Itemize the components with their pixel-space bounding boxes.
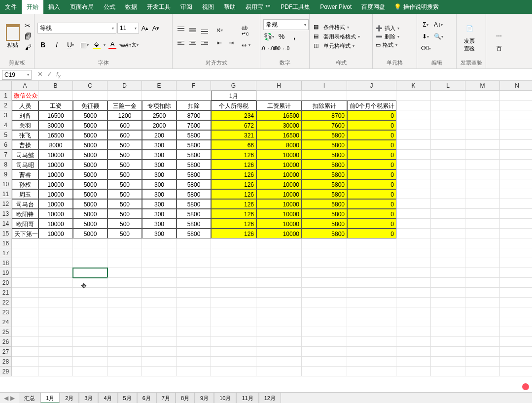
cell[interactable]: 300 (142, 199, 177, 209)
cell[interactable] (256, 298, 302, 307)
cell[interactable] (302, 248, 347, 258)
cell[interactable]: 5000 (73, 160, 107, 169)
cell[interactable]: 5000 (73, 130, 107, 140)
cell[interactable] (396, 317, 431, 327)
cell[interactable] (396, 189, 431, 199)
cell[interactable] (73, 278, 107, 288)
cell[interactable]: 200 (142, 130, 177, 140)
cell[interactable]: 300 (142, 189, 177, 199)
col-header[interactable]: H (256, 81, 302, 91)
cell[interactable] (431, 307, 465, 317)
cell[interactable] (431, 367, 465, 376)
cell[interactable] (396, 278, 431, 288)
cell[interactable] (500, 169, 532, 179)
cell[interactable] (73, 327, 107, 337)
cell[interactable] (107, 238, 142, 248)
border-button[interactable]: ▦▾ (79, 39, 90, 50)
wrap-text-button[interactable]: ab↵c (241, 24, 251, 38)
cell[interactable] (107, 258, 142, 268)
cell[interactable]: 5000 (73, 150, 107, 160)
cell[interactable] (73, 298, 107, 307)
row-header[interactable]: 15 (0, 229, 12, 238)
cell[interactable] (431, 248, 465, 258)
cell[interactable] (431, 357, 465, 367)
cell[interactable] (347, 268, 396, 278)
cell[interactable]: 1200 (107, 110, 142, 120)
cell[interactable] (396, 179, 431, 189)
cell[interactable]: 300 (142, 229, 177, 238)
increase-font-icon[interactable]: A▴ (140, 23, 150, 33)
cell[interactable] (396, 101, 431, 110)
comma-icon[interactable]: , (289, 31, 300, 42)
cell[interactable] (431, 179, 465, 189)
cell[interactable] (107, 298, 142, 307)
number-format-select[interactable]: 常规▾ (263, 19, 309, 30)
col-header[interactable]: F (177, 81, 211, 91)
cell[interactable] (465, 337, 500, 347)
cell[interactable] (12, 357, 38, 367)
cell[interactable] (12, 248, 38, 258)
cell[interactable] (73, 268, 107, 278)
cell[interactable] (500, 298, 532, 307)
cell[interactable] (500, 357, 532, 367)
cell[interactable]: 10000 (38, 189, 73, 199)
cell[interactable] (12, 288, 38, 298)
cell[interactable] (500, 278, 532, 288)
cell[interactable] (500, 229, 532, 238)
clear-icon[interactable]: ⌫▾ (420, 43, 431, 53)
cell[interactable] (211, 307, 256, 317)
row-header[interactable]: 5 (0, 130, 12, 140)
cell[interactable] (211, 327, 256, 337)
cell[interactable] (211, 258, 256, 268)
cell[interactable]: 126 (211, 229, 256, 238)
cell[interactable]: 8000 (256, 140, 302, 150)
row-header[interactable]: 14 (0, 219, 12, 229)
cell[interactable] (256, 327, 302, 337)
sheet-area[interactable]: ABCDEFGHIJKLMN1微信公众号：办公三十六计1月2人员工资免征额三险一… (0, 81, 532, 392)
col-header[interactable]: N (500, 81, 532, 91)
cell[interactable] (12, 268, 38, 278)
row-header[interactable]: 9 (0, 169, 12, 179)
cell[interactable] (142, 258, 177, 268)
cell[interactable] (142, 307, 177, 317)
cell[interactable] (431, 110, 465, 120)
cell[interactable] (142, 327, 177, 337)
cell[interactable] (431, 209, 465, 219)
row-header[interactable]: 29 (0, 367, 12, 376)
cell[interactable] (38, 258, 73, 268)
cell[interactable] (38, 91, 73, 101)
cell[interactable] (256, 268, 302, 278)
cell[interactable]: 0 (347, 209, 396, 219)
sheet-tab[interactable]: 6月 (137, 393, 156, 403)
cell[interactable]: 10000 (256, 169, 302, 179)
cell[interactable]: 5800 (177, 229, 211, 238)
menu-tab-0[interactable]: 文件 (0, 0, 22, 14)
sheet-tab[interactable]: 5月 (118, 393, 137, 403)
cell[interactable] (302, 367, 347, 376)
row-header[interactable]: 16 (0, 238, 12, 248)
cell[interactable] (38, 307, 73, 317)
cell[interactable]: 321 (211, 130, 256, 140)
cell[interactable] (73, 91, 107, 101)
cell[interactable] (73, 307, 107, 317)
cell[interactable]: 5000 (73, 179, 107, 189)
cell[interactable] (396, 298, 431, 307)
cell[interactable]: 0 (347, 140, 396, 150)
cell[interactable]: 5000 (73, 140, 107, 150)
col-header[interactable]: A (12, 81, 38, 91)
conditional-format-button[interactable]: ▦条件格式▾ (313, 23, 361, 32)
cell[interactable] (107, 278, 142, 288)
cell[interactable]: 扣除累计 (302, 101, 347, 110)
cell[interactable] (465, 278, 500, 288)
cell[interactable] (465, 110, 500, 120)
cell[interactable] (12, 327, 38, 337)
cell[interactable] (465, 169, 500, 179)
cell[interactable] (396, 258, 431, 268)
cell[interactable] (256, 91, 302, 101)
cell[interactable] (431, 317, 465, 327)
cell[interactable] (500, 268, 532, 278)
cell[interactable] (256, 288, 302, 298)
cell[interactable] (465, 91, 500, 101)
col-header[interactable]: C (73, 81, 107, 91)
italic-button[interactable]: I (51, 39, 62, 50)
